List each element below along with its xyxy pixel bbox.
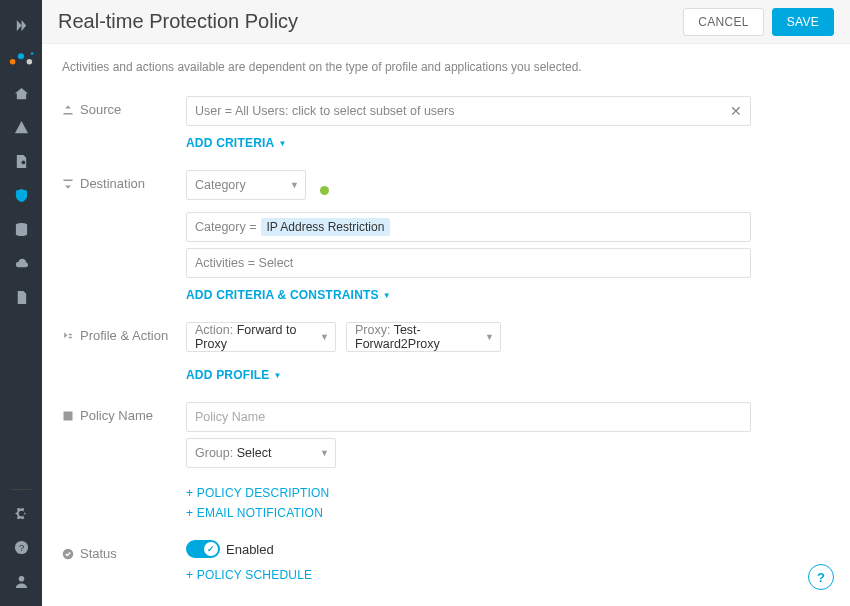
- source-user-field[interactable]: User = All Users: click to select subset…: [186, 96, 751, 126]
- destination-label: Destination: [62, 170, 186, 191]
- svg-point-2: [27, 59, 33, 65]
- category-select[interactable]: Category▼: [186, 170, 306, 200]
- status-icon: [62, 548, 74, 560]
- activities-field[interactable]: Activities = Select: [186, 248, 751, 278]
- category-tag[interactable]: IP Address Restriction: [261, 218, 391, 236]
- add-profile-link[interactable]: ADD PROFILE▼: [186, 368, 282, 382]
- user-icon[interactable]: [0, 564, 42, 598]
- profile-action-label: Profile & Action: [62, 322, 186, 343]
- database-icon[interactable]: [0, 212, 42, 246]
- proxy-select[interactable]: Proxy: Test-Forward2Proxy▼: [346, 322, 501, 352]
- policy-name-input[interactable]: [186, 402, 751, 432]
- group-select[interactable]: Group: Select▼: [186, 438, 336, 468]
- policy-name-label: Policy Name: [62, 402, 186, 423]
- status-enabled-text: Enabled: [226, 542, 274, 557]
- home-icon[interactable]: [0, 76, 42, 110]
- cloud-icon[interactable]: [0, 246, 42, 280]
- action-select[interactable]: Action: Forward to Proxy▼: [186, 322, 336, 352]
- policy-schedule-link[interactable]: + POLICY SCHEDULE: [186, 568, 312, 582]
- page-title: Real-time Protection Policy: [58, 10, 298, 33]
- logo-icon: [0, 42, 42, 76]
- svg-text:?: ?: [18, 543, 23, 553]
- svg-point-1: [18, 53, 24, 59]
- add-criteria-link[interactable]: ADD CRITERIA▼: [186, 136, 287, 150]
- svg-point-3: [31, 52, 34, 55]
- alert-icon[interactable]: [0, 110, 42, 144]
- policy-icon: [62, 410, 74, 422]
- close-icon[interactable]: ✕: [730, 103, 742, 119]
- doc-search-icon[interactable]: [0, 144, 42, 178]
- info-note: Activities and actions available are dep…: [62, 60, 830, 74]
- file-icon[interactable]: [0, 280, 42, 314]
- status-toggle[interactable]: [186, 540, 220, 558]
- help-icon[interactable]: ?: [0, 530, 42, 564]
- status-label: Status: [62, 540, 186, 561]
- save-button[interactable]: SAVE: [772, 8, 834, 36]
- page-header: Real-time Protection Policy CANCEL SAVE: [42, 0, 850, 44]
- source-label: Source: [62, 96, 186, 117]
- sidebar: ?: [0, 0, 42, 606]
- add-criteria-constraints-link[interactable]: ADD CRITERIA & CONSTRAINTS▼: [186, 288, 391, 302]
- gear-icon[interactable]: [0, 496, 42, 530]
- cancel-button[interactable]: CANCEL: [683, 8, 763, 36]
- email-notification-link[interactable]: + EMAIL NOTIFICATION: [186, 506, 830, 520]
- nav-expand-icon[interactable]: [0, 8, 42, 42]
- shield-icon[interactable]: [0, 178, 42, 212]
- destination-icon: [62, 178, 74, 190]
- policy-description-link[interactable]: + POLICY DESCRIPTION: [186, 486, 830, 500]
- category-field[interactable]: Category = IP Address Restriction: [186, 212, 751, 242]
- help-fab[interactable]: ?: [808, 564, 834, 590]
- status-dot: [320, 186, 329, 195]
- antenna-icon[interactable]: [0, 314, 42, 348]
- source-icon: [62, 104, 74, 116]
- svg-point-0: [10, 59, 16, 65]
- profile-action-icon: [62, 330, 74, 342]
